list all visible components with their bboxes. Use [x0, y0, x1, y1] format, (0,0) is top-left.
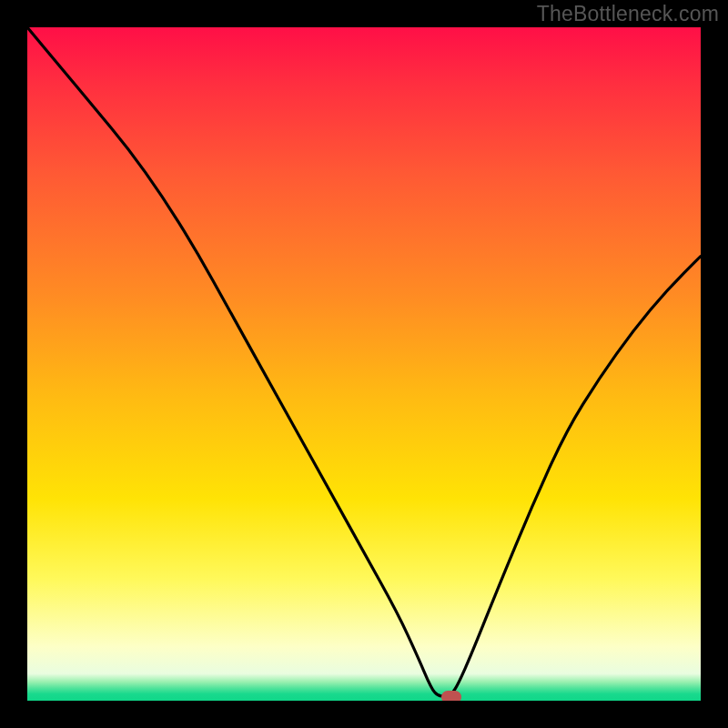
- attribution-label: TheBottleneck.com: [537, 2, 719, 26]
- bottleneck-curve: [27, 27, 701, 701]
- trough-marker-icon: [441, 691, 461, 701]
- chart-frame: TheBottleneck.com: [0, 0, 728, 728]
- plot-area: [27, 27, 701, 701]
